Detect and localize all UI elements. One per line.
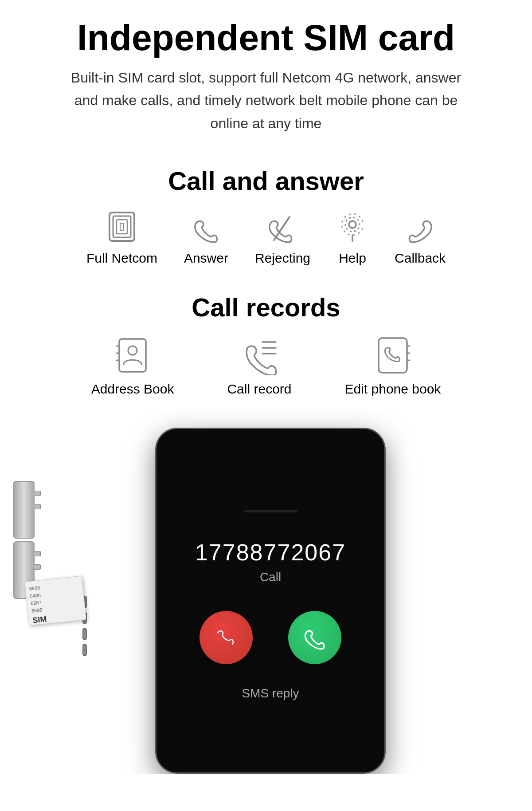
icon-item-answer: Answer [184, 213, 228, 266]
call-answer-section: Call and answer Full Netcom [0, 157, 532, 279]
phone-off-icon [265, 213, 301, 244]
call-answer-icons-row: Full Netcom Answer Rejecting [27, 209, 505, 266]
address-book-label: Address Book [91, 382, 174, 397]
address-book-icon [115, 335, 150, 375]
call-action-buttons [200, 611, 341, 664]
callback-icon [405, 213, 436, 244]
sim-card-text: 8926 5436 6267 8692 [29, 580, 81, 614]
main-title: Independent SIM card [27, 18, 505, 58]
top-section: Independent SIM card Built-in SIM card s… [0, 0, 532, 157]
icon-item-full-netcom: Full Netcom [86, 209, 157, 266]
sim-card: 8926 5436 6267 8692 SIM [24, 575, 86, 626]
icon-item-rejecting: Rejecting [255, 213, 310, 266]
sms-reply-text: SMS reply [242, 686, 299, 701]
call-record-label: Call record [227, 382, 291, 397]
phone-device-wrapper: 17788772067 Call SMS reply [89, 428, 319, 774]
edit-phone-book-label: Edit phone book [345, 382, 441, 397]
call-record-icon [239, 335, 279, 375]
callback-label: Callback [395, 251, 446, 266]
sim-icon [104, 209, 140, 244]
answer-label: Answer [184, 251, 228, 266]
help-icon [337, 209, 368, 244]
phone-body: 17788772067 Call SMS reply [155, 428, 386, 774]
call-records-title: Call records [27, 292, 505, 322]
svg-point-6 [345, 217, 360, 232]
icon-item-call-record: Call record [227, 335, 291, 397]
svg-rect-3 [120, 223, 124, 230]
call-records-icons-row: Address Book Call record [27, 335, 505, 397]
decline-button[interactable] [200, 611, 253, 664]
svg-rect-2 [117, 220, 127, 234]
help-label: Help [339, 251, 366, 266]
accept-button[interactable] [288, 611, 341, 664]
phone-number-display: 17788772067 [195, 539, 346, 566]
phone-section: 8926 5436 6267 8692 SIM 17788772 [0, 410, 532, 774]
svg-rect-17 [379, 338, 407, 373]
call-records-section: Call records Address Book [0, 279, 532, 410]
answer-phone-icon [191, 213, 222, 244]
icon-item-address-book: Address Book [91, 335, 174, 397]
icon-item-help: Help [337, 209, 368, 266]
icon-item-callback: Callback [395, 213, 446, 266]
icon-item-edit-phone-book: Edit phone book [345, 335, 441, 397]
call-status-text: Call [260, 570, 281, 584]
full-netcom-label: Full Netcom [86, 251, 157, 266]
svg-point-10 [128, 346, 137, 355]
rejecting-label: Rejecting [255, 251, 310, 266]
subtitle: Built-in SIM card slot, support full Net… [66, 67, 466, 135]
call-answer-title: Call and answer [27, 166, 505, 196]
svg-point-5 [349, 221, 356, 228]
phone-screen: 17788772067 Call SMS reply [156, 429, 384, 772]
edit-phone-icon [375, 335, 411, 375]
